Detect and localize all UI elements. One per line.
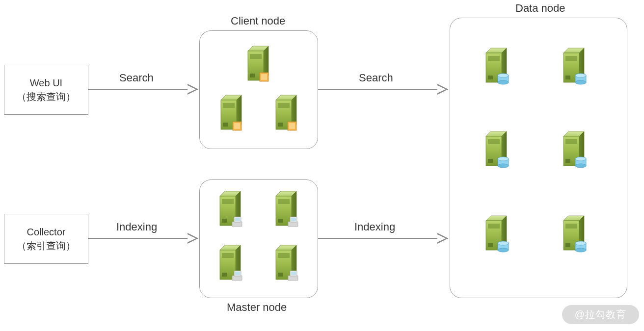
server-data-icon: [559, 130, 589, 170]
server-data-icon: [481, 130, 511, 170]
server-master-icon: [215, 190, 245, 229]
server-client-icon: [271, 94, 301, 133]
arrow-indexing-1-label: Indexing: [116, 221, 157, 233]
server-client-icon: [243, 45, 273, 84]
client-node-label: Client node: [231, 15, 285, 27]
master-node-label: Master node: [227, 301, 287, 314]
collector-box: Collector （索引查询）: [4, 214, 88, 264]
server-master-icon: [215, 244, 245, 283]
arrow-search-1: [88, 89, 198, 90]
server-master-icon: [271, 244, 301, 283]
server-data-icon: [481, 47, 511, 86]
arrow-search-2-label: Search: [359, 72, 393, 84]
server-data-icon: [481, 215, 511, 254]
data-node-label: Data node: [515, 2, 565, 15]
web-ui-subtitle: （搜索查询）: [17, 90, 76, 103]
collector-title: Collector: [27, 225, 66, 239]
watermark: @拉勾教育: [562, 305, 639, 324]
server-data-icon: [559, 47, 589, 86]
web-ui-box: Web UI （搜索查询）: [4, 65, 88, 115]
web-ui-title: Web UI: [30, 76, 62, 90]
arrow-indexing-1: [88, 238, 198, 239]
server-client-icon: [216, 94, 246, 133]
arrow-search-1-label: Search: [119, 72, 154, 84]
server-master-icon: [271, 190, 301, 229]
arrow-indexing-2-label: Indexing: [354, 221, 395, 233]
data-node: [450, 18, 627, 298]
arrow-indexing-2: [318, 238, 448, 239]
collector-subtitle: （索引查询）: [17, 239, 76, 253]
server-data-icon: [559, 215, 589, 254]
arrow-search-2: [318, 89, 448, 90]
